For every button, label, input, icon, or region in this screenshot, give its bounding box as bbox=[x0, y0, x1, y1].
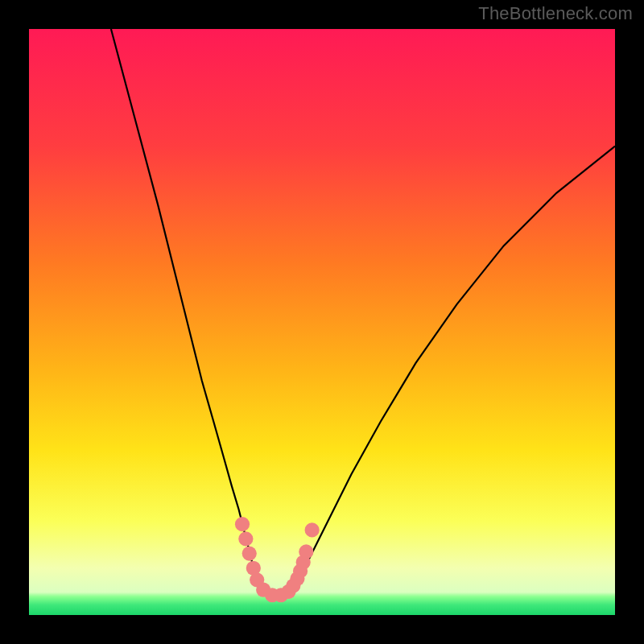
chart-frame: TheBottleneck.com bbox=[0, 0, 644, 644]
bottleneck-curve bbox=[111, 29, 615, 597]
plot-area bbox=[29, 29, 615, 615]
data-marker bbox=[238, 531, 253, 546]
data-marker bbox=[305, 522, 320, 537]
data-marker bbox=[299, 544, 313, 559]
data-marker bbox=[242, 546, 257, 560]
curve-layer bbox=[29, 29, 615, 615]
watermark-text: TheBottleneck.com bbox=[478, 3, 633, 24]
data-marker bbox=[235, 517, 250, 531]
